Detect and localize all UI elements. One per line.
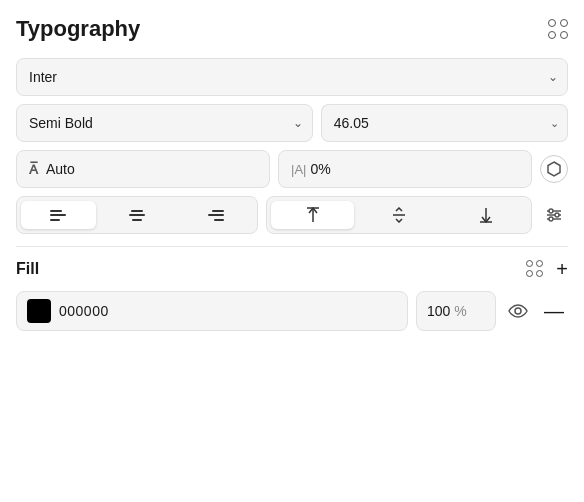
page-title: Typography — [16, 16, 140, 42]
text-options-icon[interactable] — [540, 201, 568, 229]
font-family-wrapper: Inter ⌄ — [16, 58, 568, 96]
line-height-icon: A̅ — [29, 162, 38, 177]
font-weight-wrapper: Semi Bold ⌄ — [16, 104, 313, 142]
remove-fill-button[interactable]: — — [540, 297, 568, 325]
fill-row: 000000 100 % — — [16, 291, 568, 331]
valign-top-icon — [305, 207, 321, 223]
vertical-align-group — [266, 196, 532, 234]
svg-point-10 — [555, 213, 559, 217]
section-header: Typography — [16, 16, 568, 42]
align-right-button[interactable] — [179, 201, 254, 229]
align-center-button[interactable] — [100, 201, 175, 229]
letter-spacing-value: 0% — [310, 161, 330, 177]
color-hex-value: 000000 — [59, 303, 109, 319]
section-divider — [16, 246, 568, 247]
valign-bottom-button[interactable] — [444, 201, 527, 229]
valign-middle-icon — [391, 207, 407, 223]
align-right-icon — [208, 210, 224, 221]
line-height-row: A̅ Auto |A| 0% — [16, 150, 568, 188]
line-height-field[interactable]: A̅ Auto — [16, 150, 270, 188]
line-height-value: Auto — [46, 161, 75, 177]
fill-section-header: Fill + — [16, 259, 568, 279]
align-left-icon — [50, 210, 66, 221]
fill-title: Fill — [16, 260, 39, 278]
valign-bottom-icon — [478, 207, 494, 223]
opacity-value: 100 — [427, 303, 450, 319]
valign-middle-button[interactable] — [358, 201, 441, 229]
font-family-row: Inter ⌄ — [16, 58, 568, 96]
letter-spacing-field[interactable]: |A| 0% — [278, 150, 532, 188]
opacity-percent: % — [454, 303, 466, 319]
fill-grid-icon[interactable] — [526, 260, 544, 278]
font-size-chevron-button[interactable]: ⌄ — [541, 104, 568, 142]
font-size-input-wrapper: ⌄ — [321, 104, 568, 142]
font-size-wrapper: ⌄ — [321, 104, 568, 142]
svg-point-9 — [549, 209, 553, 213]
horizontal-align-group — [16, 196, 258, 234]
alignment-row — [16, 196, 568, 234]
svg-point-12 — [515, 308, 521, 314]
grid-options-icon[interactable] — [548, 19, 568, 39]
font-weight-select[interactable]: Semi Bold — [16, 104, 313, 142]
typography-panel: Typography Inter ⌄ Semi Bold ⌄ ⌄ — [0, 0, 584, 331]
visibility-toggle-icon[interactable] — [504, 297, 532, 325]
align-center-icon — [129, 210, 145, 221]
fill-header-actions: + — [526, 259, 568, 279]
font-family-select[interactable]: Inter — [16, 58, 568, 96]
font-weight-size-row: Semi Bold ⌄ ⌄ — [16, 104, 568, 142]
font-size-input[interactable] — [321, 104, 542, 142]
color-swatch — [27, 299, 51, 323]
letter-spacing-prefix: |A| — [291, 162, 306, 177]
align-left-button[interactable] — [21, 201, 96, 229]
svg-marker-0 — [548, 162, 560, 176]
opacity-field[interactable]: 100 % — [416, 291, 496, 331]
svg-point-11 — [549, 217, 553, 221]
color-picker-field[interactable]: 000000 — [16, 291, 408, 331]
add-fill-button[interactable]: + — [556, 259, 568, 279]
valign-top-button[interactable] — [271, 201, 354, 229]
hex-settings-icon[interactable] — [540, 155, 568, 183]
